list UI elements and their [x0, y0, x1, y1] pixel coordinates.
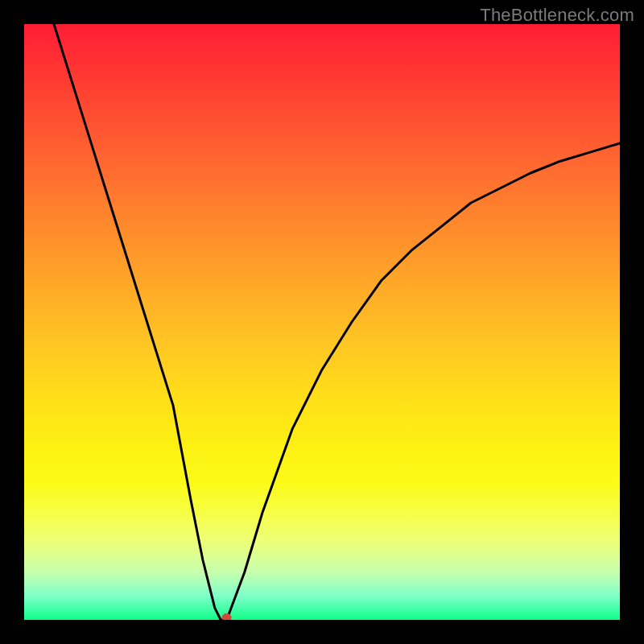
bottleneck-curve-line — [54, 24, 620, 620]
watermark-text: TheBottleneck.com — [480, 5, 634, 26]
bottleneck-curve-svg — [24, 24, 620, 620]
minimum-marker-icon — [222, 613, 232, 620]
plot-area — [24, 24, 620, 620]
chart-frame: TheBottleneck.com — [0, 0, 644, 644]
